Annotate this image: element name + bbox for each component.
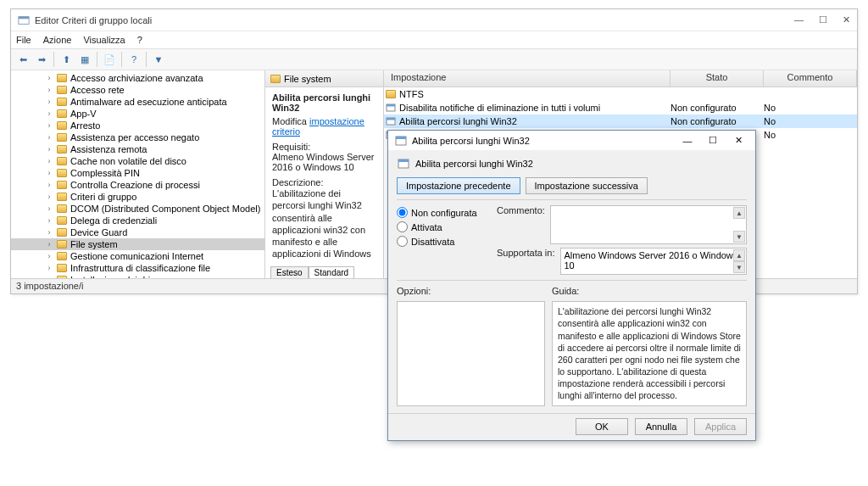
col-commento[interactable]: Commento	[764, 70, 857, 87]
export-icon[interactable]: 📄	[101, 51, 118, 68]
folder-icon	[57, 86, 67, 94]
description-label: Descrizione:	[272, 177, 376, 187]
titlebar[interactable]: Editor Criteri di gruppo locali — ☐ ✕	[11, 9, 857, 31]
col-impostazione[interactable]: Impostazione	[384, 70, 670, 87]
tree-item[interactable]: ›App-V	[11, 108, 264, 120]
list-row[interactable]: Disabilita notifiche di eliminazione in …	[384, 101, 857, 115]
scroll-up-icon[interactable]: ▲	[733, 249, 745, 261]
chevron-right-icon[interactable]: ›	[45, 109, 53, 118]
tree-item[interactable]: ›Delega di credenziali	[11, 215, 264, 226]
scroll-down-icon[interactable]: ▼	[733, 261, 745, 273]
tab-esteso[interactable]: Esteso	[270, 266, 309, 278]
apply-button[interactable]: Applica	[694, 418, 747, 435]
chevron-right-icon[interactable]: ›	[45, 133, 53, 142]
dialog-close[interactable]: ✕	[728, 133, 748, 148]
tree-item[interactable]: ›Device Guard	[11, 226, 264, 238]
chevron-right-icon[interactable]: ›	[45, 157, 53, 165]
chevron-right-icon[interactable]: ›	[45, 86, 53, 94]
chevron-right-icon[interactable]: ›	[45, 216, 53, 225]
tree-item[interactable]: ›Infrastruttura di classificazione file	[11, 262, 264, 274]
chevron-right-icon[interactable]: ›	[45, 228, 53, 237]
tree-item[interactable]: ›DCOM (Distributed Component Object Mode…	[11, 203, 264, 215]
tree-item[interactable]: ›Assistenza per accesso negato	[11, 131, 264, 143]
back-icon[interactable]: ⬅	[14, 51, 31, 68]
radio-disabled[interactable]: Disattivata	[397, 236, 490, 247]
col-stato[interactable]: Stato	[670, 70, 764, 87]
forward-icon[interactable]: ➡	[33, 51, 50, 68]
chevron-right-icon[interactable]: ›	[45, 252, 53, 260]
chevron-right-icon[interactable]: ›	[45, 264, 53, 272]
folder-icon	[57, 133, 67, 142]
chevron-right-icon[interactable]: ›	[45, 121, 53, 130]
tree-item[interactable]: ›Complessità PIN	[11, 167, 264, 179]
dialog-minimize[interactable]: —	[677, 133, 698, 148]
help-icon[interactable]: ?	[125, 51, 142, 68]
folder-icon	[57, 204, 67, 213]
tree-item[interactable]: ›Arresto	[11, 120, 264, 131]
menu-file[interactable]: File	[16, 35, 31, 45]
tree-item[interactable]: ›Accesso archiviazione avanzata	[11, 72, 264, 84]
maximize-button[interactable]: ☐	[819, 14, 827, 25]
chevron-right-icon[interactable]: ›	[45, 193, 53, 201]
folder-icon	[57, 240, 67, 249]
show-hide-icon[interactable]: ▦	[76, 51, 93, 68]
dialog-maximize[interactable]: ☐	[703, 133, 723, 148]
folder-icon	[57, 169, 67, 177]
row-stato: Non configurato	[670, 116, 764, 126]
chevron-right-icon[interactable]: ›	[45, 145, 53, 154]
tree-item[interactable]: ›Installazione dei driver	[11, 274, 264, 278]
minimize-button[interactable]: —	[794, 14, 804, 25]
svg-rect-9	[396, 137, 406, 139]
chevron-right-icon[interactable]: ›	[45, 181, 53, 189]
scroll-down-icon[interactable]: ▼	[733, 231, 745, 243]
next-setting-button[interactable]: Impostazione successiva	[526, 177, 648, 194]
comment-input[interactable]: ▲ ▼	[550, 205, 747, 244]
tree-item[interactable]: ›Accesso rete	[11, 84, 264, 96]
tree-item[interactable]: ›Antimalware ad esecuzione anticipata	[11, 96, 264, 108]
chevron-right-icon[interactable]: ›	[45, 169, 53, 177]
chevron-right-icon[interactable]: ›	[45, 98, 53, 106]
chevron-right-icon[interactable]: ›	[45, 204, 53, 213]
description-text: L'abilitazione dei percorsi lunghi Win32…	[272, 187, 376, 263]
tree-item[interactable]: ›Assistenza remota	[11, 143, 264, 155]
radio-on-input[interactable]	[397, 221, 408, 232]
tree-pane[interactable]: ›Accesso archiviazione avanzata›Accesso …	[11, 70, 265, 278]
list-row[interactable]: NTFS	[384, 87, 857, 101]
comment-label: Commento:	[497, 205, 545, 244]
cancel-button[interactable]: Annulla	[635, 418, 687, 435]
guide-box[interactable]: L'abilitazione dei percorsi lunghi Win32…	[552, 301, 747, 405]
tree-item[interactable]: ›Cache non volatile del disco	[11, 155, 264, 167]
setting-icon	[386, 103, 396, 113]
detail-header: File system	[284, 74, 331, 84]
tree-label: File system	[70, 239, 118, 249]
menu-help[interactable]: ?	[137, 35, 142, 45]
filter-icon[interactable]: ▼	[150, 51, 167, 68]
menu-visualizza[interactable]: Visualizza	[83, 35, 125, 45]
folder-icon	[57, 74, 67, 82]
up-icon[interactable]: ⬆	[58, 51, 75, 68]
folder-icon	[57, 98, 67, 106]
radio-nc-input[interactable]	[397, 207, 408, 218]
folder-icon	[57, 264, 67, 272]
chevron-right-icon[interactable]: ›	[45, 276, 53, 278]
list-row[interactable]: Abilita percorsi lunghi Win32Non configu…	[384, 115, 857, 128]
radio-enabled[interactable]: Attivata	[397, 221, 490, 232]
chevron-right-icon[interactable]: ›	[45, 74, 53, 82]
ok-button[interactable]: OK	[576, 418, 628, 435]
scroll-up-icon[interactable]: ▲	[733, 207, 745, 219]
close-button[interactable]: ✕	[843, 14, 850, 25]
options-box	[397, 301, 545, 405]
menu-azione[interactable]: Azione	[43, 35, 72, 45]
chevron-right-icon[interactable]: ›	[45, 240, 53, 249]
radio-off-input[interactable]	[397, 236, 408, 247]
tree-item[interactable]: ›Gestione comunicazioni Internet	[11, 250, 264, 262]
svg-rect-1	[19, 16, 29, 19]
tree-item[interactable]: ›File system	[11, 238, 264, 250]
dialog-titlebar[interactable]: Abilita percorsi lunghi Win32 — ☐ ✕	[388, 131, 755, 150]
tree-item[interactable]: ›Controlla Creazione di processi	[11, 179, 264, 191]
dialog-icon	[395, 135, 407, 147]
radio-not-configured[interactable]: Non configurata	[397, 207, 490, 218]
prev-setting-button[interactable]: Impostazione precedente	[397, 177, 520, 194]
tree-item[interactable]: ›Criteri di gruppo	[11, 191, 264, 203]
tab-standard[interactable]: Standard	[309, 266, 355, 278]
